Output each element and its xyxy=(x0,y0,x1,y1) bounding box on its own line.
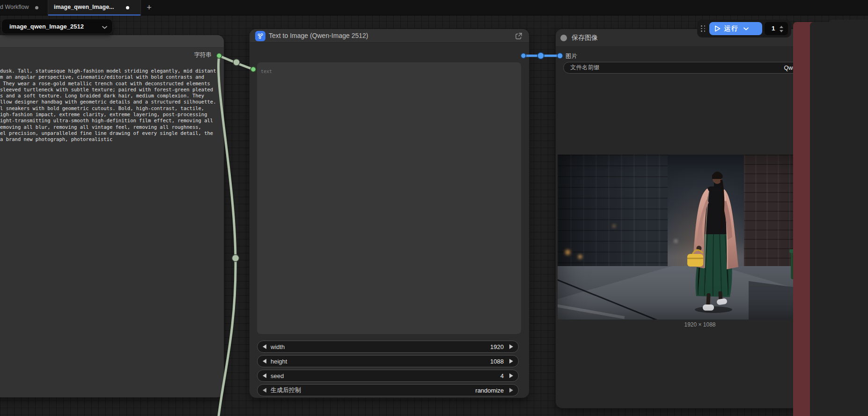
node-collapse-dot[interactable] xyxy=(560,35,567,41)
chevron-down-icon xyxy=(102,26,107,29)
tab-image-qwen-image[interactable]: image_qwen_Image... xyxy=(48,0,141,15)
widget-label: 生成后控制 xyxy=(271,386,301,394)
unsaved-dot-icon[interactable] xyxy=(126,6,129,9)
image-input-label: 图片 xyxy=(566,52,577,60)
toggle-sidebar-button[interactable] xyxy=(845,20,868,416)
tab-label: d Workflow xyxy=(0,4,29,10)
decrement-icon[interactable] xyxy=(780,30,783,32)
node-title: 保存图像 xyxy=(572,34,598,42)
filename-prefix-label: 文件名前缀 xyxy=(570,64,600,72)
tab-label: image_qwen_Image... xyxy=(54,4,114,10)
string-output-label: 字符串 xyxy=(194,51,212,59)
seed-widget[interactable]: seed 4 xyxy=(257,370,519,382)
chevron-down-icon[interactable] xyxy=(743,27,749,30)
width-widget[interactable]: width 1920 xyxy=(257,341,519,353)
tab-workflow[interactable]: d Workflow xyxy=(0,0,47,15)
prev-option-arrow-icon[interactable] xyxy=(263,388,266,393)
string-link-reroute-dot[interactable] xyxy=(232,255,239,262)
control-after-generate-widget[interactable]: 生成后控制 randomize xyxy=(257,384,519,396)
batch-count-input[interactable]: 1 xyxy=(765,22,788,35)
string-text-widget[interactable]: dusk. Tall, statuesque high-fashion mode… xyxy=(0,68,224,143)
widget-label: seed xyxy=(271,372,284,379)
subgraph-icon xyxy=(255,31,265,41)
play-icon xyxy=(714,25,721,32)
unsaved-dot-icon[interactable] xyxy=(35,6,38,9)
increment-arrow-icon[interactable] xyxy=(509,344,513,349)
run-toolbar: 运行 1 xyxy=(697,20,791,37)
batch-count-value[interactable]: 1 xyxy=(772,25,775,32)
string-node[interactable]: 字符串 dusk. Tall, statuesque high-fashion … xyxy=(0,35,224,397)
widget-label: height xyxy=(271,358,287,365)
widget-value[interactable]: 4 xyxy=(500,372,504,379)
height-widget[interactable]: height 1088 xyxy=(257,355,519,367)
next-option-arrow-icon[interactable] xyxy=(509,388,513,393)
image-link-midpoint-dot[interactable] xyxy=(537,52,544,59)
textarea-placeholder: text xyxy=(261,69,272,74)
widget-label: width xyxy=(271,343,285,350)
decrement-arrow-icon[interactable] xyxy=(263,359,266,364)
widget-value[interactable]: randomize xyxy=(475,387,504,394)
increment-arrow-icon[interactable] xyxy=(509,373,513,378)
node-title: Text to Image (Qwen-Image 2512) xyxy=(269,32,368,39)
widget-value[interactable]: 1920 xyxy=(490,343,504,350)
string-node-header[interactable] xyxy=(0,35,224,48)
decrement-arrow-icon[interactable] xyxy=(263,344,266,349)
decrement-arrow-icon[interactable] xyxy=(263,373,266,378)
workflow-menu-button[interactable]: image_qwen_Image_2512 xyxy=(1,19,113,34)
comfyui-canvas[interactable]: { "tab_bar": { "partial_tab_label": "d W… xyxy=(0,0,868,416)
open-subgraph-icon[interactable] xyxy=(514,31,523,41)
run-label: 运行 xyxy=(724,24,739,33)
tab-bar: d Workflow image_qwen_Image... + xyxy=(0,0,868,15)
increment-icon[interactable] xyxy=(780,26,783,28)
increment-arrow-icon[interactable] xyxy=(509,359,513,364)
run-button[interactable]: 运行 xyxy=(709,22,762,35)
string-link-midpoint-dot[interactable] xyxy=(233,59,240,66)
drag-handle-icon[interactable] xyxy=(701,25,706,32)
workflow-name: image_qwen_Image_2512 xyxy=(9,23,84,30)
new-tab-button[interactable]: + xyxy=(143,2,155,14)
widget-value[interactable]: 1088 xyxy=(490,358,504,365)
text-to-image-node-header[interactable]: Text to Image (Qwen-Image 2512) xyxy=(250,29,529,43)
text-input-textarea[interactable]: text xyxy=(257,62,521,334)
text-to-image-node[interactable]: Text to Image (Qwen-Image 2512) IMAGE te… xyxy=(250,29,529,398)
active-tab-underline xyxy=(48,15,140,15)
